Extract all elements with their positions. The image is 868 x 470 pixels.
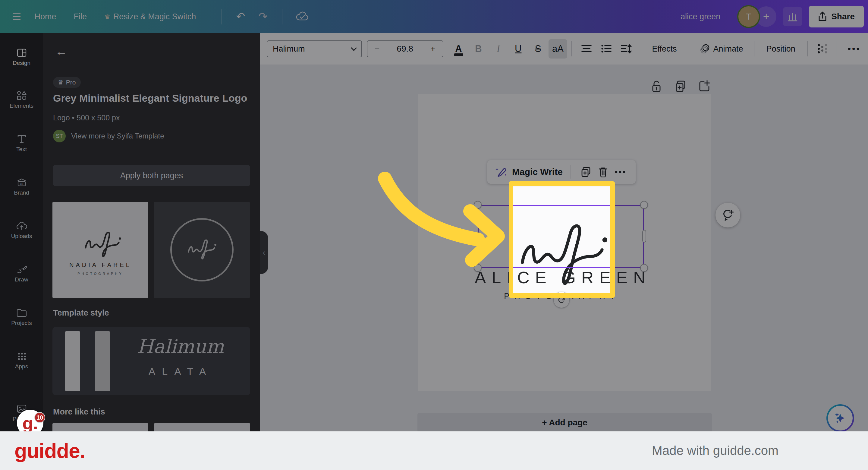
text-icon xyxy=(0,134,43,144)
add-page-button[interactable]: + Add page xyxy=(417,413,712,433)
view-more-link[interactable]: View more by Syifa Template xyxy=(71,132,164,140)
related-template-thumbnail[interactable] xyxy=(154,423,250,432)
owner-avatar: ST xyxy=(53,130,66,142)
divider xyxy=(807,41,808,56)
sidebar-item-elements[interactable]: Elements xyxy=(0,90,43,109)
divider xyxy=(282,9,282,24)
crown-icon: ♛ xyxy=(104,13,110,21)
transparency-icon[interactable] xyxy=(813,39,832,59)
template-page-thumbnail-1[interactable]: NADIA FAREL PHOTOGRAPHY xyxy=(53,202,148,298)
font-size-increase-button[interactable]: + xyxy=(423,41,443,57)
rotate-handle[interactable] xyxy=(553,292,569,308)
related-template-thumbnail[interactable] xyxy=(53,423,148,432)
svg-text:co.: co. xyxy=(20,182,23,185)
divider xyxy=(7,388,36,388)
thumbnail-brand-name: NADIA FAREL xyxy=(53,262,148,268)
magic-write-icon xyxy=(495,166,508,178)
panel-collapse-handle[interactable]: ‹ xyxy=(260,231,268,274)
sidebar-item-text[interactable]: Text xyxy=(0,134,43,153)
text-align-icon[interactable] xyxy=(577,39,596,59)
draw-icon xyxy=(0,264,43,274)
apps-icon xyxy=(0,351,43,361)
assistant-button[interactable] xyxy=(827,404,854,432)
palette-swatch xyxy=(65,331,80,391)
position-button[interactable]: Position xyxy=(758,45,803,54)
elements-icon xyxy=(0,90,43,101)
divider xyxy=(689,41,689,56)
guidde-logo: guidde. xyxy=(14,439,85,463)
selection-handle-bottom-right[interactable] xyxy=(640,264,648,272)
sidebar-item-apps[interactable]: Apps xyxy=(0,351,43,370)
more-options-icon[interactable]: ••• xyxy=(612,163,629,181)
cloud-saved-icon xyxy=(296,11,309,22)
selection-handle-left[interactable] xyxy=(474,232,482,240)
text-case-button[interactable]: aA xyxy=(549,39,567,59)
font-family-select[interactable]: Halimum xyxy=(267,40,362,57)
selection-box[interactable] xyxy=(478,205,644,268)
design-brand-name[interactable]: ALICE GREEN xyxy=(475,268,650,287)
selection-handle-top-left[interactable] xyxy=(474,201,482,209)
more-like-this-heading: More like this xyxy=(53,407,105,417)
undo-button[interactable]: ↶ xyxy=(229,10,252,23)
sidebar-rail: Design Elements Text co. Brand Uploads D… xyxy=(0,33,43,470)
insights-button[interactable] xyxy=(783,7,802,26)
template-owner-row[interactable]: ST View more by Syifa Template xyxy=(53,130,164,142)
template-font-script: Halimum xyxy=(117,335,244,357)
share-button[interactable]: Share xyxy=(809,6,864,27)
add-comment-button[interactable] xyxy=(715,203,740,228)
add-page-icon[interactable] xyxy=(698,80,711,93)
bulleted-list-icon[interactable] xyxy=(597,39,616,59)
template-title: Grey Minimalist Elegant Signature Logo xyxy=(53,92,249,104)
effects-button[interactable]: Effects xyxy=(644,45,685,54)
file-button[interactable]: File xyxy=(74,12,87,22)
magic-write-button[interactable]: Magic Write xyxy=(512,167,563,177)
more-options-button[interactable]: ••• xyxy=(841,44,868,54)
back-arrow-icon[interactable]: ← xyxy=(55,45,67,58)
font-size-decrease-button[interactable]: − xyxy=(367,41,387,57)
delete-icon[interactable] xyxy=(594,163,612,181)
template-font-alt: ALATA xyxy=(117,365,244,377)
export-icon xyxy=(818,11,827,22)
sidebar-item-draw[interactable]: Draw xyxy=(0,264,43,283)
animate-button[interactable]: Animate xyxy=(693,44,750,54)
home-button[interactable]: Home xyxy=(34,12,56,22)
template-page-thumbnail-2[interactable] xyxy=(154,202,250,298)
sidebar-item-projects[interactable]: Projects xyxy=(0,308,43,326)
apply-both-pages-button[interactable]: Apply both pages xyxy=(53,165,250,186)
font-size-stepper: − 69.8 + xyxy=(367,40,443,57)
template-style-card[interactable]: Halimum ALATA xyxy=(53,327,250,395)
text-color-button[interactable]: A xyxy=(450,39,468,59)
bold-button[interactable]: B xyxy=(469,39,488,59)
menu-icon[interactable]: ☰ xyxy=(12,10,21,23)
line-spacing-icon[interactable] xyxy=(617,39,636,59)
selection-handle-bottom-left[interactable] xyxy=(474,264,482,272)
canvas-area[interactable]: ALICE GREEN PHOTOGRAPHY Magic Write ••• … xyxy=(260,65,868,470)
user-name: alice green xyxy=(681,12,720,22)
selection-handle-right[interactable] xyxy=(642,230,646,242)
pro-badge: ♛Pro xyxy=(53,77,81,88)
selection-handle-top-right[interactable] xyxy=(640,201,648,209)
redo-button[interactable]: ↷ xyxy=(252,10,274,23)
divider xyxy=(571,41,572,56)
avatar[interactable]: T xyxy=(737,5,760,28)
sidebar-item-design[interactable]: Design xyxy=(0,48,43,66)
sidebar-item-uploads[interactable]: Uploads xyxy=(0,221,43,239)
duplicate-page-icon[interactable] xyxy=(674,80,687,93)
projects-icon xyxy=(0,308,43,318)
resize-magic-switch-button[interactable]: ♛Resize & Magic Switch xyxy=(104,12,196,22)
divider xyxy=(754,41,754,56)
crown-icon: ♛ xyxy=(58,79,64,86)
guidde-step-badge: 10 xyxy=(34,412,45,423)
font-size-value[interactable]: 69.8 xyxy=(387,41,423,57)
top-bar: ☰ Home File ♛Resize & Magic Switch ↶ ↷ a… xyxy=(0,0,868,33)
strikethrough-button[interactable]: S xyxy=(529,39,547,59)
underline-button[interactable]: U xyxy=(509,39,527,59)
made-with-text: Made with guidde.com xyxy=(652,443,778,458)
divider xyxy=(640,41,640,56)
divider xyxy=(570,165,571,179)
italic-button[interactable]: I xyxy=(489,39,507,59)
sidebar-item-brand[interactable]: co. Brand xyxy=(0,177,43,196)
duplicate-icon[interactable] xyxy=(577,163,594,181)
divider xyxy=(836,41,836,56)
unlock-icon[interactable] xyxy=(650,80,662,93)
